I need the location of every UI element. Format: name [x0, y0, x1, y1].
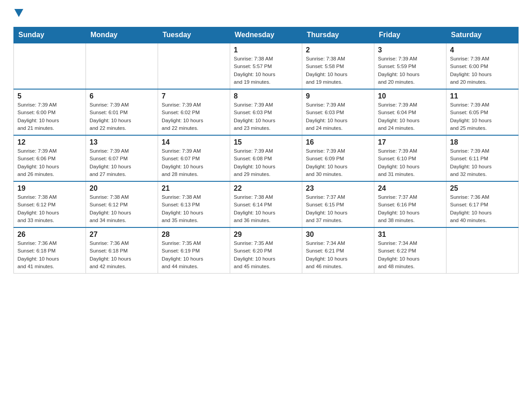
calendar-cell: 9Sunrise: 7:39 AM Sunset: 6:03 PM Daylig…: [302, 89, 374, 135]
day-info: Sunrise: 7:35 AM Sunset: 6:20 PM Dayligh…: [234, 240, 298, 270]
day-info: Sunrise: 7:39 AM Sunset: 6:04 PM Dayligh…: [378, 101, 442, 132]
calendar-cell: 10Sunrise: 7:39 AM Sunset: 6:04 PM Dayli…: [374, 89, 446, 135]
day-info: Sunrise: 7:35 AM Sunset: 6:19 PM Dayligh…: [162, 240, 226, 270]
calendar-cell: 13Sunrise: 7:39 AM Sunset: 6:07 PM Dayli…: [86, 135, 158, 181]
day-info: Sunrise: 7:39 AM Sunset: 6:03 PM Dayligh…: [234, 101, 298, 132]
day-number: 4: [450, 46, 515, 54]
day-number: 12: [17, 138, 82, 146]
day-info: Sunrise: 7:37 AM Sunset: 6:16 PM Dayligh…: [378, 193, 442, 224]
day-number: 25: [450, 184, 515, 193]
weekday-header-monday: Monday: [86, 27, 158, 43]
day-number: 7: [162, 92, 226, 100]
calendar-cell: 21Sunrise: 7:38 AM Sunset: 6:13 PM Dayli…: [158, 181, 230, 227]
day-info: Sunrise: 7:39 AM Sunset: 6:06 PM Dayligh…: [17, 147, 82, 178]
day-number: 3: [378, 46, 442, 54]
day-info: Sunrise: 7:39 AM Sunset: 6:08 PM Dayligh…: [234, 147, 298, 178]
calendar-cell: 1Sunrise: 7:38 AM Sunset: 5:57 PM Daylig…: [230, 43, 302, 89]
day-info: Sunrise: 7:38 AM Sunset: 6:12 PM Dayligh…: [17, 193, 82, 224]
day-number: 21: [162, 184, 226, 193]
calendar-table: SundayMondayTuesdayWednesdayThursdayFrid…: [13, 27, 519, 274]
calendar-cell: 27Sunrise: 7:36 AM Sunset: 6:18 PM Dayli…: [86, 227, 158, 274]
day-number: 31: [378, 231, 442, 239]
calendar-cell: 17Sunrise: 7:39 AM Sunset: 6:10 PM Dayli…: [374, 135, 446, 181]
day-number: 11: [450, 92, 515, 100]
calendar-cell: 14Sunrise: 7:39 AM Sunset: 6:07 PM Dayli…: [158, 135, 230, 181]
day-info: Sunrise: 7:39 AM Sunset: 6:05 PM Dayligh…: [450, 101, 515, 132]
day-info: Sunrise: 7:39 AM Sunset: 6:11 PM Dayligh…: [450, 147, 515, 178]
day-info: Sunrise: 7:38 AM Sunset: 5:57 PM Dayligh…: [234, 55, 298, 86]
day-number: 14: [162, 138, 226, 146]
weekday-header-friday: Friday: [374, 27, 446, 43]
calendar-cell: 29Sunrise: 7:35 AM Sunset: 6:20 PM Dayli…: [230, 227, 302, 274]
day-info: Sunrise: 7:39 AM Sunset: 6:00 PM Dayligh…: [450, 55, 515, 86]
day-info: Sunrise: 7:38 AM Sunset: 6:12 PM Dayligh…: [90, 193, 154, 224]
day-info: Sunrise: 7:34 AM Sunset: 6:21 PM Dayligh…: [306, 240, 370, 270]
day-number: 13: [90, 138, 154, 146]
day-number: 19: [17, 184, 82, 193]
day-number: 24: [378, 184, 442, 193]
calendar-cell: 22Sunrise: 7:38 AM Sunset: 6:14 PM Dayli…: [230, 181, 302, 227]
day-info: Sunrise: 7:39 AM Sunset: 6:01 PM Dayligh…: [90, 101, 154, 132]
calendar-cell: 31Sunrise: 7:34 AM Sunset: 6:22 PM Dayli…: [374, 227, 446, 274]
day-info: Sunrise: 7:39 AM Sunset: 6:10 PM Dayligh…: [378, 147, 442, 178]
day-info: Sunrise: 7:38 AM Sunset: 6:13 PM Dayligh…: [162, 193, 226, 224]
day-info: Sunrise: 7:39 AM Sunset: 6:00 PM Dayligh…: [17, 101, 82, 132]
calendar-cell: 2Sunrise: 7:38 AM Sunset: 5:58 PM Daylig…: [302, 43, 374, 89]
calendar-cell: 28Sunrise: 7:35 AM Sunset: 6:19 PM Dayli…: [158, 227, 230, 274]
calendar-cell: 25Sunrise: 7:36 AM Sunset: 6:17 PM Dayli…: [446, 181, 519, 227]
calendar-cell: [158, 43, 230, 89]
weekday-header-wednesday: Wednesday: [230, 27, 302, 43]
day-number: 8: [234, 92, 298, 100]
calendar-cell: [14, 43, 86, 89]
day-number: 23: [306, 184, 370, 193]
day-info: Sunrise: 7:39 AM Sunset: 6:03 PM Dayligh…: [306, 101, 370, 132]
calendar-cell: 19Sunrise: 7:38 AM Sunset: 6:12 PM Dayli…: [14, 181, 86, 227]
calendar-cell: 3Sunrise: 7:39 AM Sunset: 5:59 PM Daylig…: [374, 43, 446, 89]
calendar-cell: 23Sunrise: 7:37 AM Sunset: 6:15 PM Dayli…: [302, 181, 374, 227]
day-number: 27: [90, 231, 154, 239]
day-info: Sunrise: 7:36 AM Sunset: 6:18 PM Dayligh…: [90, 240, 154, 270]
day-number: 20: [90, 184, 154, 193]
day-info: Sunrise: 7:39 AM Sunset: 6:07 PM Dayligh…: [90, 147, 154, 178]
day-number: 10: [378, 92, 442, 100]
day-number: 18: [450, 138, 515, 146]
day-info: Sunrise: 7:37 AM Sunset: 6:15 PM Dayligh…: [306, 193, 370, 224]
logo-triangle-icon: [14, 9, 23, 17]
calendar-cell: 5Sunrise: 7:39 AM Sunset: 6:00 PM Daylig…: [14, 89, 86, 135]
calendar-cell: 15Sunrise: 7:39 AM Sunset: 6:08 PM Dayli…: [230, 135, 302, 181]
day-number: 15: [234, 138, 298, 146]
week-row-4: 19Sunrise: 7:38 AM Sunset: 6:12 PM Dayli…: [14, 181, 519, 227]
day-info: Sunrise: 7:36 AM Sunset: 6:17 PM Dayligh…: [450, 193, 515, 224]
day-number: 17: [378, 138, 442, 146]
week-row-3: 12Sunrise: 7:39 AM Sunset: 6:06 PM Dayli…: [14, 135, 519, 181]
day-number: 26: [17, 231, 82, 239]
day-number: 16: [306, 138, 370, 146]
calendar-cell: 24Sunrise: 7:37 AM Sunset: 6:16 PM Dayli…: [374, 181, 446, 227]
day-number: 30: [306, 231, 370, 239]
calendar-cell: 20Sunrise: 7:38 AM Sunset: 6:12 PM Dayli…: [86, 181, 158, 227]
calendar-cell: 16Sunrise: 7:39 AM Sunset: 6:09 PM Dayli…: [302, 135, 374, 181]
day-info: Sunrise: 7:34 AM Sunset: 6:22 PM Dayligh…: [378, 240, 442, 270]
calendar-cell: 8Sunrise: 7:39 AM Sunset: 6:03 PM Daylig…: [230, 89, 302, 135]
week-row-5: 26Sunrise: 7:36 AM Sunset: 6:18 PM Dayli…: [14, 227, 519, 274]
calendar-cell: [446, 227, 519, 274]
calendar-cell: 6Sunrise: 7:39 AM Sunset: 6:01 PM Daylig…: [86, 89, 158, 135]
day-info: Sunrise: 7:36 AM Sunset: 6:18 PM Dayligh…: [17, 240, 82, 270]
day-number: 29: [234, 231, 298, 239]
weekday-header-saturday: Saturday: [446, 27, 519, 43]
day-info: Sunrise: 7:39 AM Sunset: 6:09 PM Dayligh…: [306, 147, 370, 178]
calendar-cell: 26Sunrise: 7:36 AM Sunset: 6:18 PM Dayli…: [14, 227, 86, 274]
weekday-header-sunday: Sunday: [14, 27, 86, 43]
day-number: 9: [306, 92, 370, 100]
day-number: 1: [234, 46, 298, 54]
calendar-cell: 30Sunrise: 7:34 AM Sunset: 6:21 PM Dayli…: [302, 227, 374, 274]
calendar-cell: 12Sunrise: 7:39 AM Sunset: 6:06 PM Dayli…: [14, 135, 86, 181]
calendar-cell: 11Sunrise: 7:39 AM Sunset: 6:05 PM Dayli…: [446, 89, 519, 135]
calendar-cell: 7Sunrise: 7:39 AM Sunset: 6:02 PM Daylig…: [158, 89, 230, 135]
day-number: 2: [306, 46, 370, 54]
weekday-header-row: SundayMondayTuesdayWednesdayThursdayFrid…: [14, 27, 519, 43]
day-info: Sunrise: 7:38 AM Sunset: 5:58 PM Dayligh…: [306, 55, 370, 86]
day-info: Sunrise: 7:39 AM Sunset: 6:07 PM Dayligh…: [162, 147, 226, 178]
calendar-cell: 4Sunrise: 7:39 AM Sunset: 6:00 PM Daylig…: [446, 43, 519, 89]
week-row-1: 1Sunrise: 7:38 AM Sunset: 5:57 PM Daylig…: [14, 43, 519, 89]
